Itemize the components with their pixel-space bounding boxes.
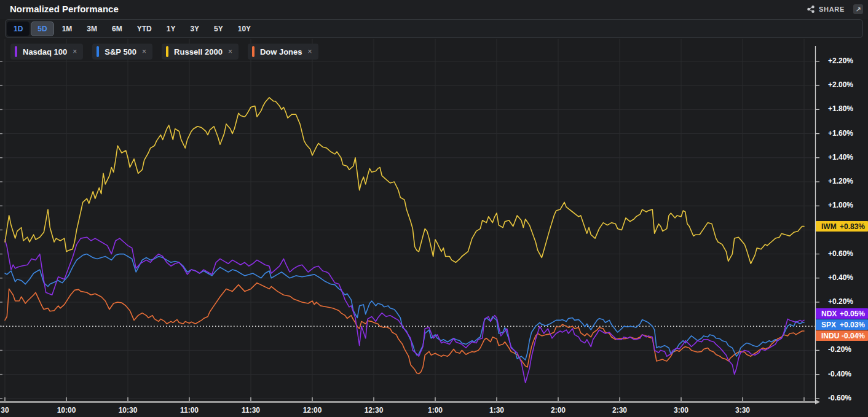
series-color-bar xyxy=(15,46,17,57)
badge-ticker: INDU xyxy=(821,332,839,340)
legend-chip-label: Russell 2000 xyxy=(174,47,223,57)
x-axis-label: 30 xyxy=(1,406,9,415)
series-line-spx xyxy=(5,254,804,360)
x-axis-label: 11:00 xyxy=(180,406,199,415)
x-axis-label: 10:00 xyxy=(57,406,76,415)
series-color-bar xyxy=(97,46,99,57)
y-axis-label: +0.60% xyxy=(828,249,853,258)
y-axis-label: +0.20% xyxy=(828,297,853,306)
y-axis-label: +1.00% xyxy=(828,201,853,209)
x-axis-label: 12:30 xyxy=(365,406,384,415)
y-axis-label: -0.20% xyxy=(828,345,851,354)
series-line-indu xyxy=(5,283,804,374)
y-axis-label: +1.20% xyxy=(828,177,853,185)
x-axis-label: 11:30 xyxy=(242,406,260,415)
normalized-performance-panel: Normalized Performance SHARE ↗ 1D5D1M3M6… xyxy=(0,0,868,417)
series-color-bar xyxy=(166,46,168,57)
series-color-bar xyxy=(252,46,254,57)
x-axis-label: 2:00 xyxy=(551,406,566,415)
chart-plot-area[interactable] xyxy=(0,0,868,417)
x-axis-label: 10:30 xyxy=(119,406,138,415)
badge-ticker: IWM xyxy=(821,222,837,231)
x-axis-label: 12:00 xyxy=(303,406,322,415)
series-line-ndx xyxy=(5,237,804,383)
price-badge-spx: SPX+0.03% xyxy=(816,319,868,330)
price-badge-iwm: IWM+0.83% xyxy=(816,221,868,232)
y-axis-label: +2.20% xyxy=(828,57,853,65)
legend-chip-label: Dow Jones xyxy=(260,47,302,57)
y-axis-label: +1.40% xyxy=(828,153,853,162)
legend-chip-label: Nasdaq 100 xyxy=(23,47,67,57)
y-axis-label: +1.60% xyxy=(828,129,853,138)
price-badge-indu: INDU-0.04% xyxy=(816,330,868,341)
badge-value: +0.83% xyxy=(840,222,865,231)
y-axis-label: +1.80% xyxy=(828,104,853,113)
price-badge-ndx: NDX+0.05% xyxy=(816,308,868,319)
legend-chip-label: S&P 500 xyxy=(105,47,136,57)
badge-value: +0.05% xyxy=(840,310,865,318)
legend-chip-russell-2000[interactable]: Russell 2000× xyxy=(162,44,239,60)
series-line-iwm xyxy=(5,98,804,264)
close-icon[interactable]: × xyxy=(228,47,232,56)
y-axis-label: -0.60% xyxy=(828,394,851,402)
y-axis-label: -0.40% xyxy=(828,370,851,378)
x-axis-label: 2:30 xyxy=(612,406,627,415)
x-axis-label: 1:00 xyxy=(428,406,443,415)
badge-value: +0.03% xyxy=(840,321,865,329)
badge-value: -0.04% xyxy=(842,332,865,340)
close-icon[interactable]: × xyxy=(308,47,312,56)
x-axis-label: 3:30 xyxy=(735,406,750,415)
close-icon[interactable]: × xyxy=(142,47,146,56)
legend-chip-nasdaq-100[interactable]: Nasdaq 100× xyxy=(10,44,83,60)
x-axis-arrow xyxy=(815,400,820,405)
y-axis-label: +0.40% xyxy=(828,273,853,282)
close-icon[interactable]: × xyxy=(73,47,77,56)
x-axis-label: 3:00 xyxy=(674,406,688,415)
legend-chip-s-p-500[interactable]: S&P 500× xyxy=(92,44,152,60)
badge-ticker: NDX xyxy=(821,310,837,318)
y-axis-label: +2.00% xyxy=(828,80,853,89)
legend-chip-dow-jones[interactable]: Dow Jones× xyxy=(248,44,318,60)
series-legend: Nasdaq 100×S&P 500×Russell 2000×Dow Jone… xyxy=(10,44,318,60)
badge-ticker: SPX xyxy=(821,321,836,329)
x-axis-label: 1:30 xyxy=(489,406,504,415)
